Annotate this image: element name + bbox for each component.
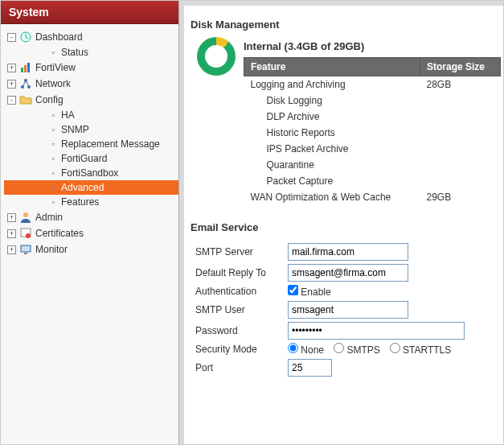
nav-item-monitor[interactable]: +Monitor	[4, 241, 178, 258]
user-icon	[19, 211, 32, 224]
size-cell	[420, 125, 501, 141]
nav-label: Dashboard	[35, 31, 83, 43]
nav-label: HA	[61, 109, 75, 121]
radio-starttls-wrap[interactable]: STARTTLS	[390, 343, 452, 356]
feature-cell: IPS Packet Archive	[244, 141, 420, 157]
svg-rect-3	[27, 63, 30, 72]
nav-item-certificates[interactable]: +Certificates	[4, 225, 178, 241]
size-cell	[420, 109, 501, 125]
lbl-smtp-user: SMTP User	[195, 304, 288, 315]
reply-to-input[interactable]	[288, 264, 408, 282]
folder-icon	[19, 93, 32, 106]
nav-item-fortisandbox[interactable]: ▫FortiSandbox	[4, 166, 178, 180]
nav-item-admin[interactable]: +Admin	[4, 209, 178, 225]
bullet-icon: ▫	[49, 196, 58, 208]
expander-icon[interactable]: +	[7, 229, 16, 238]
svg-rect-1	[21, 68, 23, 72]
svg-rect-10	[21, 245, 31, 252]
bullet-icon: ▫	[49, 124, 58, 135]
size-cell	[420, 93, 501, 109]
table-row: IPS Packet Archive	[244, 141, 501, 157]
size-cell: 29GB	[420, 189, 501, 205]
radio-smtps[interactable]	[334, 343, 344, 353]
feature-cell: Quarantine	[244, 157, 420, 173]
smtp-server-input[interactable]	[288, 243, 408, 261]
nav-label: FortiView	[35, 62, 76, 73]
clock-icon	[19, 31, 32, 43]
nav-item-config[interactable]: -Config	[4, 92, 178, 108]
feature-cell: WAN Optimization & Web Cache	[244, 189, 420, 205]
sidebar-title: System	[1, 1, 178, 24]
lbl-security: Security Mode	[195, 344, 288, 355]
size-cell	[420, 173, 501, 189]
nav-label: Network	[35, 78, 71, 89]
nav-item-advanced[interactable]: ▫Advanced	[4, 180, 178, 195]
content-area: Disk Management Internal (3.4GB of 29GB)…	[179, 1, 503, 444]
feature-cell: Disk Logging	[244, 93, 420, 109]
bullet-icon: ▫	[49, 167, 58, 179]
feature-cell: Logging and Archiving	[244, 76, 420, 93]
monitor-icon	[19, 243, 32, 256]
lbl-password: Password	[195, 325, 288, 336]
radio-starttls[interactable]	[390, 343, 400, 353]
radio-none-wrap[interactable]: None	[288, 343, 324, 356]
size-cell	[420, 141, 501, 157]
disk-title: Internal (3.4GB of 29GB)	[244, 40, 501, 52]
nav-label: FortiGuard	[61, 153, 107, 164]
nav-label: Admin	[35, 212, 63, 223]
smtp-user-input[interactable]	[288, 301, 408, 319]
svg-point-9	[26, 233, 31, 238]
port-input[interactable]	[288, 359, 332, 377]
nav-item-dashboard[interactable]: -Dashboard	[4, 29, 178, 45]
auth-enable-checkbox[interactable]	[288, 285, 298, 295]
nav-item-fortiguard[interactable]: ▫FortiGuard	[4, 151, 178, 166]
password-input[interactable]	[288, 322, 465, 340]
table-row: Historic Reports	[244, 125, 501, 141]
bullet-icon: ▫	[49, 182, 58, 193]
table-row: Quarantine	[244, 157, 501, 173]
expander-icon[interactable]: +	[7, 80, 16, 89]
expander-icon[interactable]: -	[7, 33, 16, 42]
col-storage: Storage Size	[420, 58, 501, 76]
nav-item-features[interactable]: ▫Features	[4, 195, 178, 209]
expander-icon[interactable]: +	[7, 64, 16, 72]
radio-smtps-wrap[interactable]: SMTPS	[334, 343, 380, 356]
table-row: DLP Archive	[244, 109, 501, 125]
nav-label: Features	[61, 196, 99, 208]
nav-label: Advanced	[61, 182, 104, 193]
nav-label: Certificates	[35, 228, 84, 239]
bullet-icon: ▫	[49, 109, 58, 121]
table-row: Logging and Archiving28GB	[244, 76, 501, 93]
nav-item-replacement-message[interactable]: ▫Replacement Message	[4, 137, 178, 151]
nav-item-snmp[interactable]: ▫SNMP	[4, 122, 178, 137]
disk-usage-pie-icon	[197, 37, 236, 76]
expander-icon[interactable]: -	[7, 96, 16, 105]
nav-item-status[interactable]: ▫Status	[4, 45, 178, 60]
nav-label: FortiSandbox	[61, 167, 118, 179]
expander-icon[interactable]: +	[7, 245, 16, 254]
network-icon	[19, 77, 32, 90]
bars-icon	[19, 61, 32, 74]
size-cell	[420, 157, 501, 173]
feature-cell: Historic Reports	[244, 125, 420, 141]
nav-item-ha[interactable]: ▫HA	[4, 108, 178, 122]
bullet-icon: ▫	[49, 47, 58, 58]
nav-item-fortiview[interactable]: +FortiView	[4, 60, 178, 76]
lbl-enable: Enable	[301, 286, 330, 298]
nav-item-network[interactable]: +Network	[4, 76, 178, 92]
email-section-title: Email Service	[184, 218, 503, 240]
nav-label: Config	[35, 94, 64, 105]
svg-rect-2	[24, 65, 27, 72]
nav-label: Status	[61, 47, 88, 58]
expander-icon[interactable]: +	[7, 213, 16, 222]
radio-none[interactable]	[288, 343, 298, 353]
nav-tree: -Dashboard▫Status+FortiView+Network-Conf…	[1, 24, 178, 262]
auth-enable-wrap[interactable]: Enable	[288, 285, 331, 298]
lbl-smtp-server: SMTP Server	[195, 246, 288, 258]
size-cell: 28GB	[420, 76, 501, 93]
svg-point-7	[23, 212, 28, 217]
table-row: WAN Optimization & Web Cache29GB	[244, 189, 501, 205]
nav-label: SNMP	[61, 124, 89, 135]
feature-cell: DLP Archive	[244, 109, 420, 125]
nav-label: Monitor	[35, 244, 68, 255]
